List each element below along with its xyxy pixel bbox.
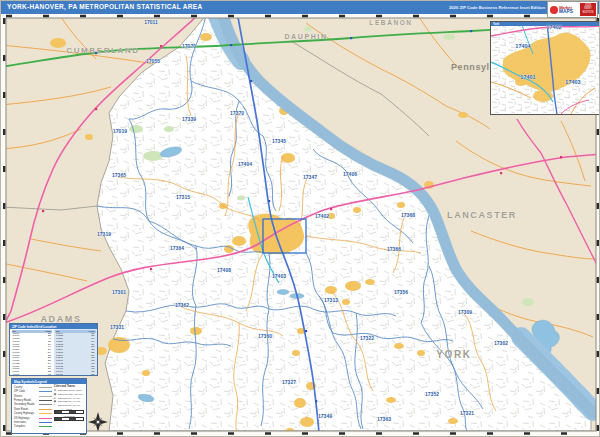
zip-label-17364: 17364 <box>170 245 184 251</box>
scale-bar-rule <box>54 417 84 421</box>
city-category-label: Cities 100,000 - 249,999 <box>58 393 83 395</box>
zip-label-17370: 17370 <box>230 110 244 116</box>
legend-swatch <box>39 422 52 423</box>
city-category-label: Cities 50,000 - 99,999 <box>58 397 80 399</box>
legend-swatch <box>39 404 52 405</box>
zip-label-17404: 17404 <box>238 161 252 167</box>
city-category-label: Cities 10,000 - 24,999 <box>58 404 80 406</box>
map-page: YORK-HANOVER, PA METROPOLITAN STATISTICA… <box>0 0 600 437</box>
edition-label: 2026 ZIP Code Business Reference Inset E… <box>449 5 545 10</box>
zip-label-17011: 17011 <box>144 19 158 25</box>
legend-swatch <box>39 426 52 427</box>
legend-box: Map Symbols/Legend CountyZIP CodeStreets… <box>11 378 87 434</box>
legend-label: Interstates <box>14 421 26 424</box>
zip-label-17309: 17309 <box>458 309 472 315</box>
zip-label-17362: 17362 <box>175 302 189 308</box>
zip-label-17055: 17055 <box>146 58 160 64</box>
legend-label: Streets <box>14 395 22 398</box>
cities-list: ★Cities 250,000 & Above◉Cities 100,000 -… <box>54 389 84 407</box>
legend-label: Secondary Roads <box>14 403 35 406</box>
scale-bars: MilesKilometers <box>54 408 84 421</box>
logo-wordmark: Market MAPS <box>559 6 573 14</box>
zip-label-17352: 17352 <box>425 391 439 397</box>
legend-swatch <box>39 409 52 410</box>
county-label-dauphin: DAUPHIN <box>284 33 327 40</box>
zip-label-17301: 17301 <box>112 289 126 295</box>
inset-map-art <box>491 22 600 114</box>
city-category-row: ●Cities 50,000 - 99,999 <box>54 396 84 400</box>
legend-label: County Highways <box>14 412 34 415</box>
zip-label-17363: 17363 <box>377 416 391 422</box>
zip-index-row: 17406D2 <box>55 374 96 376</box>
logo-brand-bottom: MAPS <box>559 10 573 14</box>
legend-label: US Highways <box>14 417 30 420</box>
city-category-label: Cities 25,000 - 49,999 <box>58 400 80 402</box>
index-zip: 17406 <box>56 374 63 376</box>
zip-label-17321: 17321 <box>460 410 474 416</box>
logo-badge-line-2: EDITION <box>580 11 596 14</box>
legend-swatch <box>39 387 52 388</box>
zip-label-17315: 17315 <box>176 194 190 200</box>
inset-title: York <box>493 22 499 26</box>
legend-label: ZIP Code <box>14 390 25 393</box>
legend-swatch <box>39 400 52 401</box>
zip-index-columns: ZIPGRID17011B117019B217055A117070B117301… <box>10 329 97 376</box>
zip-label-17365: 17365 <box>112 172 126 178</box>
inset-zip-label-17404: 17404 <box>515 43 530 49</box>
zip-label-17406: 17406 <box>343 171 357 177</box>
county-label-york: YORK <box>436 349 471 360</box>
publisher-logo: Market MAPS 2026INSETEDITION <box>547 1 598 18</box>
index-zip: 17345 <box>13 374 20 376</box>
legend-symbol-list: CountyZIP CodeStreetsPrimary RoadsSecond… <box>14 385 52 429</box>
county-label-lebanon: LEBANON <box>369 19 412 26</box>
index-grid: D2 <box>91 374 94 376</box>
zip-label-17070: 17070 <box>182 43 196 49</box>
legend-swatch <box>39 413 52 414</box>
legend-cities-column: Cities and Towns ★Cities 250,000 & Above… <box>52 385 84 429</box>
zip-index-column-left: ZIPGRID17011B117019B217055A117070B117301… <box>10 329 54 376</box>
logo-burst-icon <box>550 6 558 14</box>
zip-label-17331: 17331 <box>110 324 124 330</box>
logo-edition-badge: 2026INSETEDITION <box>580 3 596 16</box>
scale-bar-kilometers: Kilometers <box>54 415 84 421</box>
zip-label-17403: 17403 <box>272 273 286 279</box>
inset-zip-label-17401: 17401 <box>520 74 535 80</box>
legend-label: State Roads <box>14 408 28 411</box>
zip-label-17322: 17322 <box>360 335 374 341</box>
scale-bar-rule <box>54 410 84 414</box>
zip-label-17313: 17313 <box>324 297 338 303</box>
inset-zip-label-17402: 17402 <box>546 24 561 30</box>
city-category-label: Cities 250,000 & Above <box>58 389 82 391</box>
zip-label-17368: 17368 <box>401 212 415 218</box>
zip-label-17349: 17349 <box>318 413 332 419</box>
legend-swatch <box>39 396 52 397</box>
county-label-lancaster: LANCASTER <box>447 210 517 220</box>
zip-label-17319: 17319 <box>97 231 111 237</box>
legend-swatch <box>39 418 52 419</box>
zip-label-17347: 17347 <box>303 174 317 180</box>
zip-label-17360: 17360 <box>258 333 272 339</box>
inset-zip-label-17403: 17403 <box>565 79 580 85</box>
city-category-row: •Cities 10,000 - 24,999 <box>54 403 84 407</box>
zip-label-17408: 17408 <box>217 267 231 273</box>
york-city-inset-map: York 17402174041740117403 <box>490 21 600 115</box>
zip-label-17345: 17345 <box>272 138 286 144</box>
legend-swatch <box>39 391 52 392</box>
scale-bar-miles: Miles <box>54 408 84 414</box>
zip-label-17327: 17327 <box>282 379 296 385</box>
zip-index-row: 17345C2 <box>12 374 53 376</box>
legend-row-turnpikes: Turnpikes <box>14 425 52 429</box>
zip-label-17302: 17302 <box>494 340 508 346</box>
county-label-cumberland: CUMBERLAND <box>66 46 139 55</box>
zip-index-box: ZIP Code Index/Grid Location ZIPGRID1701… <box>9 323 98 376</box>
index-grid: C2 <box>48 374 51 376</box>
legend-body: CountyZIP CodeStreetsPrimary RoadsSecond… <box>12 384 86 430</box>
title-bar: YORK-HANOVER, PA METROPOLITAN STATISTICA… <box>1 1 600 14</box>
legend-label: County <box>14 386 22 389</box>
zip-label-17402: 17402 <box>315 213 329 219</box>
zip-label-17019: 17019 <box>113 128 127 134</box>
legend-label: Turnpikes <box>14 425 25 428</box>
zip-index-column-right: ZIPGRID17349D517352E517356E417360C417362… <box>54 329 98 376</box>
legend-label: Primary Roads <box>14 399 31 402</box>
zip-label-17366: 17366 <box>387 246 401 252</box>
